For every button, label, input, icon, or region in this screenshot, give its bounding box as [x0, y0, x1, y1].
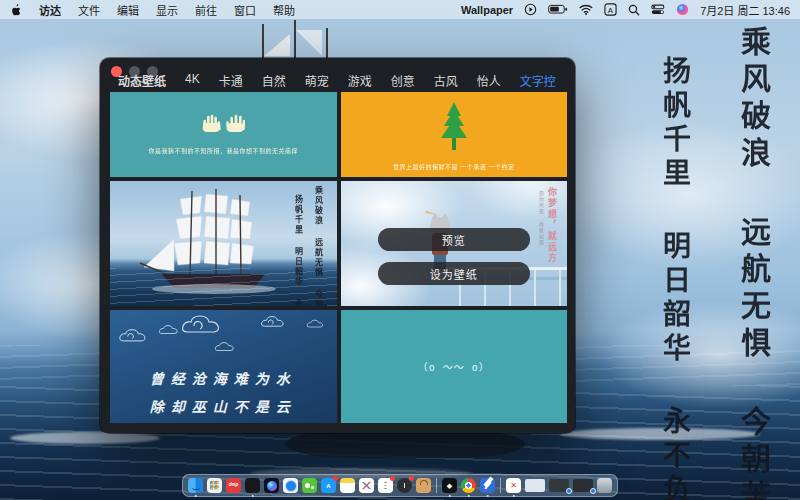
- category-tabs: 动态壁纸4K卡通自然萌宠游戏创意古风怡人文字控音乐影视: [118, 72, 567, 89]
- notes-dark-icon[interactable]: [245, 478, 260, 493]
- card-vertical-text-small: 愿你所愿 终能如愿: [538, 191, 545, 246]
- ship-hull-silhouette: [285, 430, 525, 458]
- card-caption-line1: 世界上最好的保鲜不是 一个承诺 一个约定: [393, 162, 514, 172]
- trash-icon[interactable]: [597, 478, 612, 493]
- menu-item-3[interactable]: 显示: [156, 2, 178, 18]
- siri-icon[interactable]: [676, 3, 689, 16]
- battery-icon[interactable]: [548, 4, 568, 15]
- tab-5[interactable]: 游戏: [348, 72, 372, 89]
- finder-icon[interactable]: [188, 478, 203, 493]
- window-thumb-dark2-icon[interactable]: [573, 479, 593, 492]
- preview-button[interactable]: 预览: [378, 228, 530, 251]
- appstore-icon[interactable]: A: [321, 478, 336, 493]
- tab-8[interactable]: 怡人: [477, 72, 501, 89]
- menu-item-1[interactable]: 文件: [78, 2, 100, 18]
- cloud-outline-icon: [306, 318, 332, 330]
- ship-masts: [248, 20, 348, 58]
- dock: dmpA◆✕: [182, 474, 618, 497]
- cloud-outline-icon: [260, 314, 296, 330]
- play-circle-icon[interactable]: [524, 3, 537, 16]
- sea-foam: [10, 432, 160, 444]
- dock-separator: [500, 478, 501, 493]
- reminders-icon[interactable]: [378, 478, 393, 493]
- cloud-outline-icon: [118, 326, 160, 346]
- tab-6[interactable]: 创意: [391, 72, 415, 89]
- safari-icon[interactable]: [283, 478, 298, 493]
- card-calligraphy-left: 扬帆千里 明日韶华 永不负: [294, 195, 305, 306]
- stocks-icon[interactable]: [359, 478, 374, 493]
- menu-item-2[interactable]: 编辑: [117, 2, 139, 18]
- svg-text:A: A: [608, 6, 614, 15]
- siri-icon[interactable]: [264, 478, 279, 493]
- watch-icon[interactable]: [397, 478, 412, 493]
- card-vertical-text: 你梦想，就远方: [546, 187, 559, 264]
- wallpaper-card-poem[interactable]: 曾经沧海难为水 除却巫山不是云: [110, 310, 337, 423]
- pine-tree-icon: [437, 102, 471, 156]
- tab-1[interactable]: 4K: [185, 72, 200, 89]
- input-source-icon[interactable]: A: [604, 3, 617, 16]
- dark-app-icon[interactable]: ◆: [442, 478, 457, 493]
- window-thumb-light-icon[interactable]: [525, 479, 545, 492]
- cloud-outline-icon: [214, 340, 244, 354]
- cloud-outline-icon: [180, 312, 240, 338]
- menubar-app-name[interactable]: Wallpaper: [461, 4, 513, 16]
- excel-doc-icon[interactable]: ✕: [506, 478, 521, 493]
- wallpaper-app-window: 动态壁纸4K卡通自然萌宠游戏创意古风怡人文字控音乐影视 你是我猜不到的不知所措，…: [100, 58, 575, 433]
- apple-menu-icon[interactable]: [10, 3, 22, 17]
- menu-item-0[interactable]: 访达: [39, 2, 61, 18]
- notes-icon[interactable]: [340, 478, 355, 493]
- desktop-calligraphy-right: 乘风破浪 远航无惧 今朝苦: [731, 26, 775, 500]
- set-as-wallpaper-button[interactable]: 设为壁纸: [378, 262, 530, 285]
- menubar-clock[interactable]: 7月2日 周二 13:46: [700, 2, 790, 18]
- tab-0[interactable]: 动态壁纸: [118, 72, 166, 89]
- wallpaper-card-hands[interactable]: 你是我猜不到的不知所措，我是你想不到的无关痛痒: [110, 92, 337, 177]
- poem-line-1: 曾经沧海难为水: [110, 368, 337, 388]
- card-caption-line2: 以后的人生路 都要好好走过: [414, 175, 494, 177]
- tab-4[interactable]: 萌宠: [305, 72, 329, 89]
- dock-separator: [436, 478, 437, 493]
- menu-item-4[interactable]: 前往: [195, 2, 217, 18]
- tab-7[interactable]: 古风: [434, 72, 458, 89]
- tab-3[interactable]: 自然: [262, 72, 286, 89]
- chrome-icon[interactable]: [461, 478, 476, 493]
- card-caption: 你是我猜不到的不知所措，我是你想不到的无关痛痒: [148, 146, 298, 155]
- wifi-icon[interactable]: [579, 4, 593, 15]
- bag-icon[interactable]: [416, 478, 431, 493]
- thumbnail-grid: 你是我猜不到的不知所措，我是你想不到的无关痛痒 世界上最好的保鲜不是 一个承诺 …: [110, 92, 567, 423]
- tab-9[interactable]: 文字控: [520, 72, 556, 89]
- wallpaper-card-pine[interactable]: 世界上最好的保鲜不是 一个承诺 一个约定 以后的人生路 都要好好走过: [341, 92, 568, 177]
- hands-icon: [201, 110, 245, 132]
- menu-bar: 访达文件编辑显示前往窗口帮助 Wallpaper A 7月2日 周二 13:46: [0, 0, 800, 19]
- search-icon[interactable]: [628, 4, 640, 16]
- control-center-icon[interactable]: [651, 4, 665, 15]
- cloud-outline-icon: [158, 323, 188, 337]
- menu-item-5[interactable]: 窗口: [234, 2, 256, 18]
- wallpaper-card-ship[interactable]: 乘风破浪 远航无惧 今朝苦 扬帆千里 明日韶华 永不负: [110, 181, 337, 306]
- poem-line-2: 除却巫山不是云: [110, 396, 337, 416]
- emoticon-text: （o ～～ o）: [418, 359, 490, 374]
- tab-2[interactable]: 卡通: [219, 72, 243, 89]
- wallpaper-card-emoticon[interactable]: （o ～～ o）: [341, 310, 568, 423]
- launchpad-icon[interactable]: [207, 478, 222, 493]
- xcode-icon[interactable]: [480, 478, 495, 493]
- window-thumb-dark-icon[interactable]: [549, 479, 569, 492]
- desktop-calligraphy-left: 扬帆千里 明日韶华 永不负: [654, 56, 694, 500]
- menu-item-6[interactable]: 帮助: [273, 2, 295, 18]
- dmp-icon[interactable]: dmp: [226, 478, 241, 493]
- wallpaper-card-sky-cat[interactable]: 你梦想，就远方 愿你所愿 终能如愿 预览 设为壁纸: [341, 181, 568, 306]
- card-calligraphy-right: 乘风破浪 远航无惧 今朝苦: [314, 186, 325, 306]
- wechat-icon[interactable]: [302, 478, 317, 493]
